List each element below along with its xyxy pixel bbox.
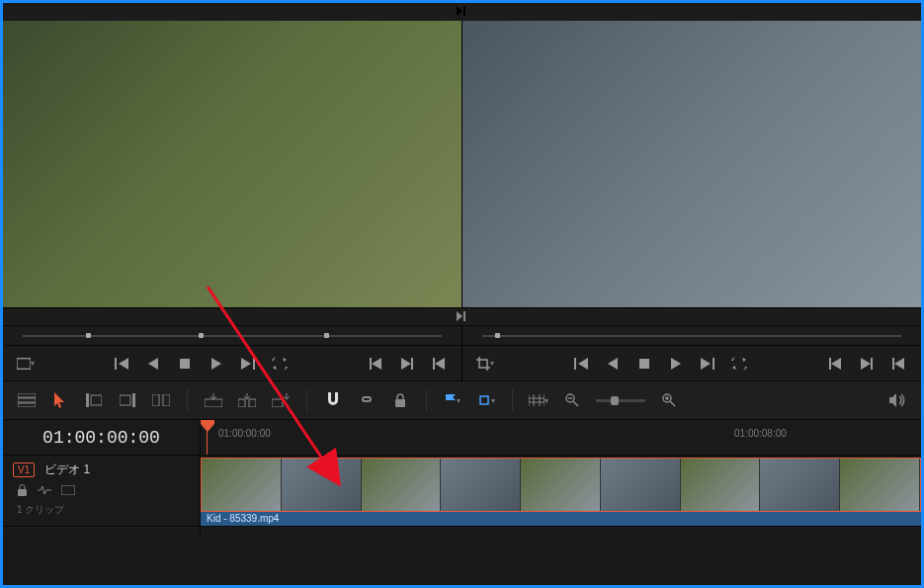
step-back-button[interactable] <box>430 355 448 373</box>
stop-button[interactable] <box>635 355 653 373</box>
crop-mode-dropdown[interactable] <box>476 355 494 373</box>
svg-rect-16 <box>395 399 405 407</box>
zoom-presets-icon[interactable] <box>529 390 548 410</box>
lock-icon[interactable] <box>390 390 410 410</box>
magnet-snap-icon[interactable] <box>323 390 343 410</box>
svg-rect-5 <box>18 403 36 407</box>
svg-rect-0 <box>17 358 31 369</box>
reverse-play-button[interactable] <box>144 355 162 373</box>
zoom-in-icon[interactable] <box>659 390 679 410</box>
svg-rect-6 <box>86 393 89 407</box>
zoom-out-icon[interactable] <box>562 390 582 410</box>
stop-button[interactable] <box>176 355 194 373</box>
svg-rect-17 <box>480 396 488 404</box>
volume-icon[interactable] <box>887 390 907 410</box>
timeline-frame-placeholder <box>462 21 921 307</box>
playhead-icon[interactable] <box>201 420 214 432</box>
svg-rect-18 <box>529 398 545 402</box>
thumbnails-icon[interactable] <box>61 484 75 499</box>
timeline-options-icon[interactable] <box>17 390 37 410</box>
retiming-icon[interactable] <box>38 484 51 499</box>
prev-button[interactable] <box>572 355 590 373</box>
arrow-tool-icon[interactable] <box>50 390 70 410</box>
track-name-label: ビデオ 1 <box>44 462 90 478</box>
flag-out-icon[interactable] <box>476 390 496 410</box>
loop-button[interactable] <box>271 355 289 373</box>
timeline-ruler[interactable]: 01:00:00:00 01:00:08:00 <box>201 420 921 455</box>
link-icon[interactable] <box>357 390 377 410</box>
clip-name-label: Kid - 85339.mp4 <box>201 512 921 526</box>
svg-rect-2 <box>639 359 649 369</box>
svg-rect-21 <box>18 489 27 496</box>
source-frame-placeholder <box>3 21 462 307</box>
display-mode-dropdown[interactable] <box>17 355 35 373</box>
svg-rect-13 <box>238 399 245 407</box>
insert-icon[interactable] <box>237 390 257 410</box>
flag-in-icon[interactable] <box>443 390 462 410</box>
track-tag[interactable]: V1 <box>13 462 35 477</box>
video-clip[interactable] <box>201 458 921 512</box>
loop-button[interactable] <box>730 355 748 373</box>
go-start-button[interactable] <box>367 355 384 373</box>
skip-forward-icon[interactable] <box>457 6 468 18</box>
svg-rect-10 <box>152 394 159 406</box>
svg-rect-4 <box>18 398 36 402</box>
lock-track-icon[interactable] <box>17 484 28 499</box>
svg-rect-11 <box>163 394 170 406</box>
track-body[interactable]: Kid - 85339.mp4 <box>201 456 921 526</box>
svg-rect-3 <box>18 393 36 397</box>
prev-button[interactable] <box>113 355 130 373</box>
ripple-icon[interactable] <box>151 390 171 410</box>
svg-rect-14 <box>249 399 256 407</box>
svg-rect-1 <box>180 359 190 369</box>
svg-rect-22 <box>61 485 75 495</box>
go-end-button[interactable] <box>858 355 876 373</box>
svg-rect-8 <box>132 393 135 407</box>
svg-rect-9 <box>120 395 130 405</box>
ruler-label: 01:00:08:00 <box>734 428 787 439</box>
reverse-play-button[interactable] <box>604 355 622 373</box>
trim-end-icon[interactable] <box>118 390 137 410</box>
ruler-label: 01:00:00:00 <box>218 428 271 439</box>
overwrite-icon[interactable] <box>204 390 223 410</box>
zoom-slider[interactable] <box>596 399 645 402</box>
timeline-viewer[interactable] <box>462 21 921 307</box>
clip-count-label: 1 クリップ <box>17 503 190 517</box>
track-header: V1 ビデオ 1 1 クリップ <box>3 456 201 526</box>
play-button[interactable] <box>208 355 225 373</box>
play-button[interactable] <box>667 355 685 373</box>
source-scrub-bar[interactable] <box>3 326 462 345</box>
skip-forward-icon[interactable] <box>457 310 468 324</box>
next-button[interactable] <box>699 355 716 373</box>
source-viewer[interactable] <box>3 21 462 307</box>
svg-rect-15 <box>272 399 283 407</box>
timeline-scrub-bar[interactable] <box>462 326 921 345</box>
timeline-toolbar <box>3 380 921 420</box>
timeline-hscroll[interactable] <box>201 527 921 535</box>
timecode-display[interactable]: 01:00:00:00 <box>42 428 160 448</box>
svg-rect-12 <box>205 399 222 407</box>
ruler-ticks <box>201 441 921 455</box>
go-end-button[interactable] <box>398 355 416 373</box>
next-button[interactable] <box>239 355 257 373</box>
trim-start-icon[interactable] <box>84 390 104 410</box>
append-icon[interactable] <box>271 390 291 410</box>
svg-rect-7 <box>91 395 102 405</box>
step-back-button[interactable] <box>889 355 907 373</box>
go-start-button[interactable] <box>826 355 844 373</box>
